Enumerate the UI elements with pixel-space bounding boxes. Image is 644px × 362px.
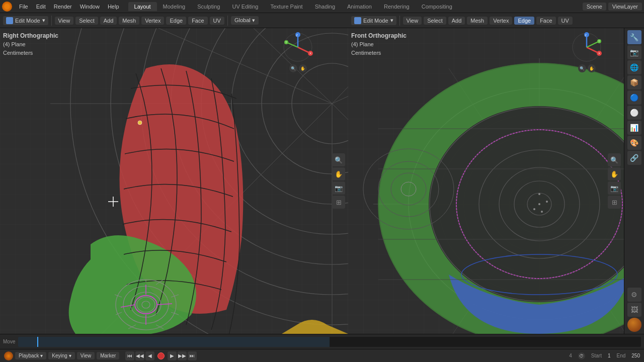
separator-2	[227, 16, 228, 26]
right-gizmo-zoom[interactable]: 🔍	[578, 64, 586, 72]
tab-sculpting[interactable]: Sculpting	[191, 2, 226, 11]
blender-sphere-icon	[627, 318, 641, 332]
vertex-menu-left[interactable]: Vertex	[141, 17, 164, 25]
render-icon[interactable]: 🖼	[627, 303, 641, 317]
right-view-name: Front Orthographic	[351, 31, 407, 40]
next-frame-btn[interactable]: ▶	[168, 351, 177, 360]
end-frame: 250	[631, 353, 640, 358]
left-gizmo[interactable]: Z X Y 🔍 ✋	[283, 32, 313, 72]
right-gizmo-pan[interactable]: ✋	[588, 64, 596, 72]
tab-texture-paint[interactable]: Texture Paint	[264, 2, 308, 11]
left-zoom-btn[interactable]: 🔍	[332, 153, 345, 166]
scene-selector[interactable]: Scene	[583, 3, 606, 11]
playback-controls: ⏮ ◀◀ ◀ ▶ ▶▶ ⏭	[125, 351, 197, 360]
panel-scene-icon[interactable]: 📷	[627, 45, 641, 59]
uv-menu-left[interactable]: UV	[210, 17, 224, 25]
select-menu-left[interactable]: Select	[75, 17, 98, 25]
svg-text:X: X	[598, 52, 600, 55]
panel-settings-icon[interactable]: ⚙	[627, 288, 641, 302]
left-viewport-canvas	[0, 28, 348, 334]
start-label: Start	[591, 353, 602, 358]
svg-point-73	[546, 201, 548, 203]
tab-rendering[interactable]: Rendering	[378, 2, 416, 11]
jump-to-start-btn[interactable]: ⏮	[125, 351, 134, 360]
left-grid-btn[interactable]: ⊞	[332, 196, 345, 209]
bottom-bar-left: Playback ▾ Keying ▾ View Marker ⏮ ◀◀ ◀ ▶…	[4, 351, 197, 360]
clock-icon[interactable]: ⏱	[578, 352, 585, 359]
face-menu-right[interactable]: Face	[536, 17, 555, 25]
add-menu-right[interactable]: Add	[448, 17, 465, 25]
panel-material-icon[interactable]: 🎨	[627, 136, 641, 150]
left-camera-btn[interactable]: 📷	[332, 182, 345, 195]
menu-render[interactable]: Render	[50, 3, 76, 11]
view-layer-selector[interactable]: ViewLayer	[608, 3, 642, 11]
prev-keyframe-btn[interactable]: ◀◀	[135, 351, 144, 360]
right-viewport-canvas	[348, 28, 624, 334]
left-gizmo-zoom[interactable]: 🔍	[289, 64, 297, 72]
svg-point-71	[538, 203, 540, 205]
tab-uv-editing[interactable]: UV Editing	[226, 2, 264, 11]
right-object-name: (4) Plane	[351, 40, 407, 49]
vertex-menu-right[interactable]: Vertex	[490, 17, 512, 25]
panel-modifier-icon[interactable]: 🔵	[627, 90, 641, 105]
right-zoom-btn[interactable]: 🔍	[608, 153, 621, 166]
mesh-menu-left[interactable]: Mesh	[119, 17, 139, 25]
edit-mode-dropdown-left[interactable]: Edit Mode ▾	[3, 16, 48, 25]
edge-menu-right[interactable]: Edge	[514, 17, 534, 25]
right-viewport[interactable]: Front Orthographic (4) Plane Centimeters…	[348, 28, 624, 334]
workspace-tabs: Layout Modeling Sculpting UV Editing Tex…	[128, 2, 458, 11]
panel-shader-icon[interactable]: ⚪	[627, 106, 641, 120]
svg-point-36	[138, 121, 142, 125]
panel-object-icon[interactable]: 📦	[627, 75, 641, 89]
record-btn[interactable]	[157, 352, 165, 359]
tab-layout[interactable]: Layout	[128, 2, 157, 11]
view-menu-right[interactable]: View	[403, 17, 422, 25]
edit-mode-dropdown-right[interactable]: Edit Mode ▾	[351, 16, 396, 25]
view-menu-left[interactable]: View	[55, 17, 74, 25]
prev-frame-btn[interactable]: ◀	[145, 351, 154, 360]
keying-dropdown[interactable]: Keying ▾	[48, 352, 74, 359]
separator-3	[399, 16, 400, 26]
select-menu-right[interactable]: Select	[424, 17, 446, 25]
menu-help[interactable]: Help	[104, 3, 123, 11]
tab-compositing[interactable]: Compositing	[416, 2, 458, 11]
panel-data-icon[interactable]: 📊	[627, 121, 641, 135]
jump-to-end-btn[interactable]: ⏭	[188, 351, 197, 360]
playback-dropdown[interactable]: Playback ▾	[15, 352, 46, 359]
tab-animation[interactable]: Animation	[341, 2, 378, 11]
tab-modeling[interactable]: Modeling	[157, 2, 192, 11]
play-btn[interactable]: ▶▶	[178, 351, 187, 360]
add-menu-left[interactable]: Add	[100, 17, 117, 25]
top-right-controls: Scene ViewLayer	[583, 3, 642, 11]
timeline-bar: Move	[0, 334, 644, 349]
timeline-track[interactable]	[18, 337, 641, 347]
global-dropdown-left[interactable]: Global ▾	[231, 16, 259, 25]
blender-logo	[2, 2, 12, 12]
right-pan-btn[interactable]: ✋	[608, 167, 621, 180]
uv-menu-right[interactable]: UV	[558, 17, 573, 25]
svg-point-75	[541, 211, 543, 213]
right-gizmo[interactable]: Z X Y 🔍 ✋	[572, 32, 602, 72]
menu-file[interactable]: File	[15, 3, 32, 11]
tab-shading[interactable]: Shading	[309, 2, 341, 11]
svg-point-72	[538, 193, 540, 195]
edit-mode-icon-right	[354, 17, 361, 24]
face-menu-left[interactable]: Face	[188, 17, 207, 25]
edge-menu-left[interactable]: Edge	[166, 17, 186, 25]
left-object-name: (4) Plane	[3, 40, 58, 49]
timeline-progress	[18, 337, 330, 347]
right-camera-btn[interactable]: 📷	[608, 182, 621, 195]
left-viewport[interactable]: Right Orthographic (4) Plane Centimeters…	[0, 28, 348, 334]
panel-world-icon[interactable]: 🌐	[627, 60, 641, 74]
panel-constraint-icon[interactable]: 🔗	[627, 151, 641, 165]
timeline-cursor	[37, 337, 38, 347]
right-grid-btn[interactable]: ⊞	[608, 196, 621, 209]
left-gizmo-pan[interactable]: ✋	[299, 64, 307, 72]
view-dropdown-bottom[interactable]: View	[77, 352, 95, 359]
panel-tool-icon[interactable]: 🔧	[627, 30, 641, 44]
menu-edit[interactable]: Edit	[32, 3, 50, 11]
marker-dropdown[interactable]: Marker	[97, 352, 119, 359]
left-pan-btn[interactable]: ✋	[332, 167, 345, 180]
menu-window[interactable]: Window	[76, 3, 104, 11]
mesh-menu-right[interactable]: Mesh	[467, 17, 488, 25]
